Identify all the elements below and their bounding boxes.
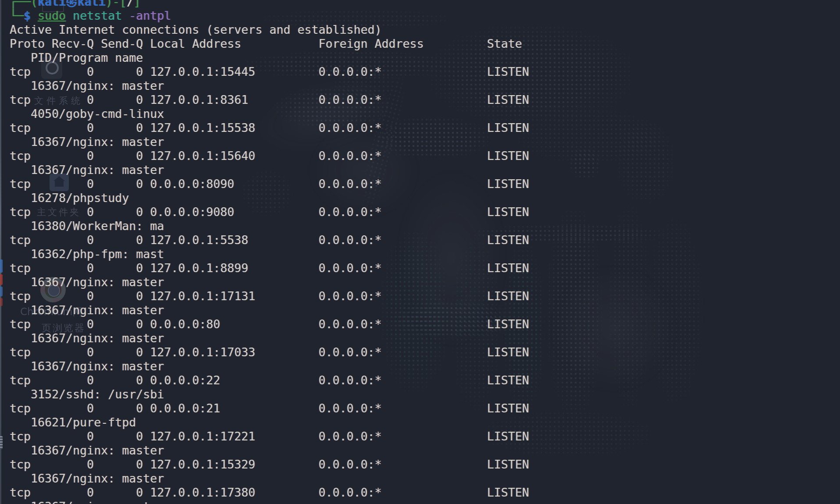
edge-icon-fragment <box>0 298 3 306</box>
prompt-line-1: ┌──(kali㉿kali)-[/] <box>10 0 529 9</box>
prompt-frame: ┌──( <box>10 0 38 8</box>
netstat-row-program: 16367/nginx: master <box>10 331 529 345</box>
netstat-row-program: 16367/nginx: master <box>10 275 529 289</box>
netstat-row: tcp 0 0 0.0.0.0:8090 0.0.0.0:* LISTEN <box>10 177 529 191</box>
prompt-path: / <box>127 0 134 8</box>
netstat-row: tcp 0 0 127.0.0.1:15445 0.0.0.0:* LISTEN <box>10 65 529 79</box>
netstat-row: tcp 0 0 0.0.0.0:80 0.0.0.0:* LISTEN <box>10 317 529 331</box>
netstat-row: tcp 0 0 0.0.0.0:9080 0.0.0.0:* LISTEN <box>10 205 529 219</box>
prompt-user: kali <box>38 0 66 8</box>
netstat-row-program: 16621/pure-ftpd <box>10 415 529 429</box>
netstat-rows: tcp 0 0 127.0.0.1:15445 0.0.0.0:* LISTEN… <box>10 65 529 504</box>
prompt-line-2[interactable]: └─$ sudo netstat -antpl <box>10 9 529 23</box>
command-args: -antpl <box>122 9 171 22</box>
edge-icon-fragment <box>0 436 3 449</box>
netstat-row: tcp 0 0 127.0.0.1:17033 0.0.0.0:* LISTEN <box>10 345 529 359</box>
netstat-row-program: 16367/nginx: master <box>10 500 529 504</box>
netstat-row-program: 16367/nginx: master <box>10 163 529 177</box>
netstat-row-program: 16367/nginx: master <box>10 303 529 317</box>
netstat-row-program: 16367/nginx: master <box>10 135 529 149</box>
netstat-row: tcp 0 0 127.0.0.1:17221 0.0.0.0:* LISTEN <box>10 429 529 444</box>
command-sudo: sudo <box>38 9 66 22</box>
netstat-row-program: 16367/nginx: master <box>10 359 529 373</box>
terminal-window[interactable]: ┌──(kali㉿kali)-[/]└─$ sudo netstat -antp… <box>0 0 840 504</box>
netstat-column-headers: Proto Recv-Q Send-Q Local Address Foreig… <box>10 37 529 51</box>
prompt-at-icon: ㉿ <box>66 0 78 8</box>
prompt-dollar: $ <box>24 9 38 22</box>
netstat-row: tcp 0 0 127.0.0.1:15538 0.0.0.0:* LISTEN <box>10 121 529 135</box>
prompt-host: kali <box>78 0 106 8</box>
netstat-row: tcp 0 0 127.0.0.1:8899 0.0.0.0:* LISTEN <box>10 261 529 275</box>
netstat-column-headers-wrap: PID/Program name <box>10 51 529 65</box>
prompt-frame: )-[ <box>106 0 127 8</box>
netstat-row-program: 3152/sshd: /usr/sbi <box>10 387 529 401</box>
netstat-row: tcp 0 0 0.0.0.0:22 0.0.0.0:* LISTEN <box>10 373 529 387</box>
netstat-row: tcp 0 0 127.0.0.1:17131 0.0.0.0:* LISTEN <box>10 289 529 303</box>
netstat-row: tcp 0 0 127.0.0.1:15640 0.0.0.0:* LISTEN <box>10 149 529 163</box>
netstat-row-program: 16380/WorkerMan: ma <box>10 219 529 233</box>
netstat-row-program: 16367/nginx: master <box>10 472 529 486</box>
edge-icon-fragment <box>0 287 3 296</box>
prompt-frame: ] <box>134 0 141 8</box>
netstat-row-program: 4050/goby-cmd-linux <box>10 107 529 121</box>
netstat-row-program: 16278/phpstudy <box>10 191 529 205</box>
desktop-root: { "terminal": { "prompt": { "line1": { "… <box>0 0 840 504</box>
edge-icon-fragment <box>0 259 3 273</box>
netstat-row: tcp 0 0 127.0.0.1:15329 0.0.0.0:* LISTEN <box>10 458 529 472</box>
netstat-row: tcp 0 0 0.0.0.0:21 0.0.0.0:* LISTEN <box>10 401 529 415</box>
netstat-row: tcp 0 0 127.0.0.1:8361 0.0.0.0:* LISTEN <box>10 93 529 107</box>
netstat-row-program: 16367/nginx: master <box>10 444 529 458</box>
terminal-output: ┌──(kali㉿kali)-[/]└─$ sudo netstat -antp… <box>10 0 529 504</box>
netstat-row-program: 16362/php-fpm: mast <box>10 247 529 261</box>
netstat-row: tcp 0 0 127.0.0.1:5538 0.0.0.0:* LISTEN <box>10 233 529 247</box>
command-name: netstat <box>66 9 122 22</box>
netstat-row: tcp 0 0 127.0.0.1:17380 0.0.0.0:* LISTEN <box>10 486 529 500</box>
window-left-edge <box>0 0 1 504</box>
edge-icon-fragment <box>0 274 3 285</box>
prompt-frame: └─ <box>10 9 24 22</box>
netstat-row-program: 16367/nginx: master <box>10 79 529 93</box>
netstat-heading: Active Internet connections (servers and… <box>10 23 529 37</box>
